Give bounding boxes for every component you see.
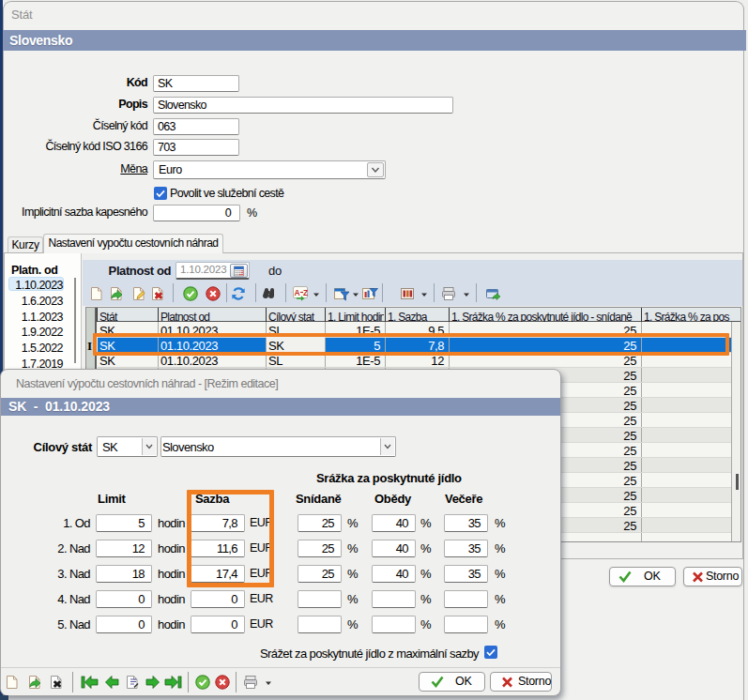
svg-text:Z: Z [303,288,308,297]
svg-text:A: A [295,288,300,297]
